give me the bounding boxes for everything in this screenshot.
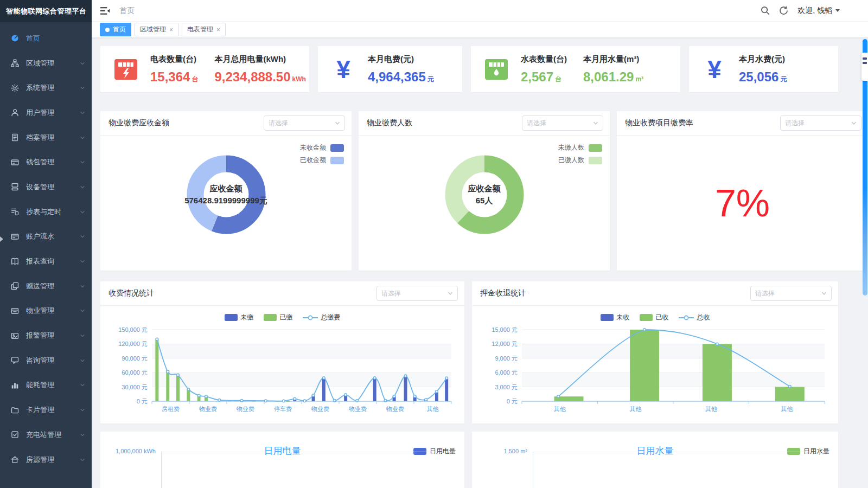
yuan-icon: ¥ [702,57,727,82]
chevron-down-icon [448,291,453,296]
legend-label: 已缴人数 [558,156,584,165]
sidebar-item-meter-reading[interactable]: 抄表与定时 [0,200,92,224]
fee-stats-legend: 未缴已缴总缴费 [100,306,464,323]
legend-item[interactable]: 未缴人数 [558,143,602,152]
sidebar-item-wallet[interactable]: 钱包管理 [0,150,92,175]
select-payer-count[interactable]: 请选择 [522,115,603,131]
sidebar-item-charging[interactable]: 充电站管理 [0,422,92,447]
deposit-stats-legend: 未收已收总收 [472,306,838,323]
stat-value: 8,061.29m³ [583,69,643,85]
select-payment-rate[interactable]: 请选择 [780,115,861,131]
topbar-actions: 欢迎, 钱韬 [761,6,840,16]
legend-item[interactable]: 已缴 [264,313,293,322]
sidebar-item-label: 咨询管理 [26,356,54,365]
stat-label: 本月总用电量(kWh) [214,54,305,65]
stat-unit: 元 [780,75,787,83]
sidebar-item-label: 抄表与定时 [26,207,61,217]
close-icon[interactable]: × [216,27,220,33]
sidebar-item-user[interactable]: 用户管理 [0,100,92,125]
water-meter-icon [484,57,509,82]
sidebar-item-device[interactable]: 设备管理 [0,175,92,200]
tab-home[interactable]: 首页 [100,23,131,36]
tab-label: 首页 [113,25,126,34]
svg-text:物业费: 物业费 [349,406,367,412]
sidebar-item-report[interactable]: 报表查询 [0,249,92,274]
legend-swatch [640,314,653,321]
dashboard-icon [11,34,19,42]
donut-chart-payer-count: 未缴人数已缴人数应收金额65人 [359,136,610,271]
legend-item[interactable]: 总缴费 [303,313,341,322]
legend-item[interactable]: 已收 [640,313,669,322]
legend-label: 总缴费 [321,313,341,322]
stat-group: 本月水费(元)25,056元 [739,54,787,85]
chevron-down-icon [80,407,85,413]
legend-item[interactable]: 已缴人数 [558,156,602,165]
stat-value: 15,364台 [150,69,198,85]
sidebar-item-label: 充电站管理 [26,430,61,440]
legend-item[interactable]: 未缴 [225,313,254,322]
select-placeholder: 请选择 [527,119,546,128]
select-receivable-amount[interactable]: 请选择 [264,115,345,131]
sidebar-item-label: 房源管理 [26,455,54,465]
legend-item[interactable]: 未收金额 [300,143,344,152]
drawer-handle-icon[interactable] [0,236,3,242]
search-icon[interactable] [761,6,770,15]
sidebar-item-property[interactable]: 物业管理 [0,299,92,324]
select-placeholder: 请选择 [755,289,775,298]
select-deposit-stats[interactable]: 请选择 [750,286,832,301]
sidebar-item-energy[interactable]: 能耗管理 [0,373,92,398]
chevron-down-icon [80,308,85,313]
hamburger-icon[interactable] [100,7,110,15]
tab-meter[interactable]: 电表管理× [182,23,226,36]
daily-power-ytick: 1,000,000 kWh [108,448,156,454]
alarm-icon [11,332,19,340]
legend-label: 已收 [656,313,669,322]
legend-item[interactable]: 已收金额 [300,156,344,165]
chevron-down-icon [335,120,340,126]
active-tab-dot [105,28,110,32]
svg-text:30,000 元: 30,000 元 [122,384,148,390]
panel-title: 物业缴费应收金额 [108,118,169,128]
panel-title: 收费情况统计 [108,288,154,298]
select-fee-stats[interactable]: 请选择 [376,286,458,301]
tabs-bar: 首页区域管理×电表管理× [92,22,868,38]
svg-text:其他: 其他 [426,406,438,412]
y-axis-line [161,452,162,488]
sidebar: 智能物联网综合管理平台 首页区域管理系统管理用户管理档案管理钱包管理设备管理抄表… [0,0,92,488]
electric-meter-icon [113,57,138,82]
tab-region[interactable]: 区域管理× [135,23,178,36]
sidebar-item-region[interactable]: 区域管理 [0,51,92,76]
sidebar-item-consult[interactable]: 咨询管理 [0,348,92,373]
edge-floating-widget[interactable] [861,53,868,81]
stat-group: 水表数量(台)2,567台本月用水量(m³)8,061.29m³ [521,54,643,85]
svg-text:12,000 元: 12,000 元 [492,341,518,347]
sidebar-item-gift[interactable]: 赠送管理 [0,274,92,299]
close-icon[interactable]: × [169,27,173,33]
sidebar-item-card[interactable]: 卡片管理 [0,397,92,422]
svg-text:0 元: 0 元 [136,398,147,404]
chevron-down-icon [80,184,85,190]
sidebar-item-house[interactable]: 房源管理 [0,447,92,472]
payment-rate-value: 7% [715,182,770,225]
panel-deposit-stats: 押金收退统计 请选择 未收已收总收 0 元3,000 元6,000 元9,000… [472,281,838,423]
svg-text:其他: 其他 [705,406,717,412]
stat-card-electric-fee: ¥本月电费(元)4,964,365元 [318,46,462,92]
sidebar-item-account-flow[interactable]: 账户流水 [0,224,92,249]
legend-item[interactable]: 未收 [601,313,630,322]
legend-swatch [589,144,602,152]
stat-unit: 台 [192,75,198,83]
deposit-stats-chart: 0 元3,000 元6,000 元9,000 元12,000 元15,000 元… [472,323,838,423]
refresh-icon[interactable] [779,6,788,15]
sidebar-item-label: 档案管理 [26,133,54,143]
daily-water-ytick: 1,500 m³ [480,448,527,454]
user-menu[interactable]: 欢迎, 钱韬 [797,6,840,16]
sidebar-item-system[interactable]: 系统管理 [0,75,92,100]
legend-item[interactable]: 总收 [679,313,710,322]
stat-unit: kWh [292,75,306,83]
panel-daily-power: 日用电量 1,000,000 kWh 日用电量 [100,432,464,488]
sidebar-item-alarm[interactable]: 报警管理 [0,323,92,348]
sidebar-item-archive[interactable]: 档案管理 [0,125,92,150]
user-icon [11,108,19,117]
chevron-down-icon [80,110,85,115]
sidebar-item-home[interactable]: 首页 [0,26,92,51]
